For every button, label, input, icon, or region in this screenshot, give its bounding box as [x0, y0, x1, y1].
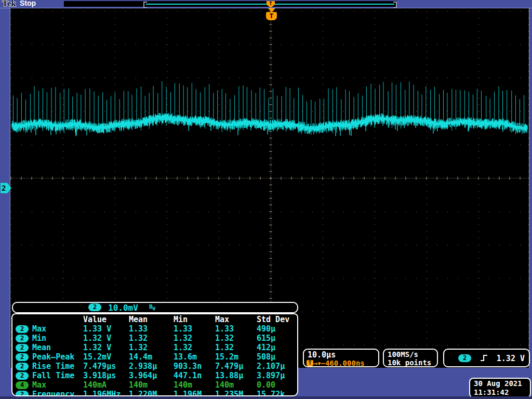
- measurement-value: 140m: [215, 380, 257, 390]
- rising-edge-icon: [480, 354, 489, 362]
- measurement-value: 447.1n: [174, 371, 215, 380]
- top-status-bar: Tek Stop T: [0, 0, 532, 8]
- record-length: 10k points: [388, 358, 431, 367]
- measurement-value: 3.897µ: [257, 371, 297, 380]
- channel-badge: 2: [16, 353, 29, 361]
- measurement-value: 1.196M: [174, 390, 215, 396]
- measurement-value: 1.33: [129, 324, 174, 334]
- measurement-name: Frequency: [32, 390, 74, 396]
- measurement-value: 7.479µs: [83, 362, 129, 371]
- trigger-position-marker-icon[interactable]: T: [267, 1, 275, 8]
- measurement-name: Rise Time: [32, 362, 74, 371]
- measurement-header-row: Value Mean Min Max Std Dev: [16, 315, 297, 324]
- measurement-value: 2.938µ: [129, 362, 174, 371]
- channel-badge: 2: [16, 391, 29, 397]
- measurement-value: 1.32: [174, 334, 215, 343]
- oscilloscope-screen: Tek Stop T T 2 2 10.0mV BW Value Mean Mi…: [0, 0, 532, 399]
- measurement-value: 903.3n: [174, 362, 215, 371]
- measurement-value: 13.6m: [174, 352, 215, 362]
- channel-badge: 2: [16, 325, 29, 333]
- measurement-value: 1.32: [215, 343, 257, 352]
- measurement-row: 4Max140mA140m140m140m0.00: [16, 380, 297, 390]
- measurement-value: 1.220M: [129, 390, 174, 396]
- measurement-value: 1.32: [174, 343, 215, 352]
- measurement-rows: 2Max1.33 V1.331.331.33490µ2Min1.32 V1.32…: [16, 324, 297, 396]
- measurement-value: 0.00: [257, 380, 297, 390]
- measurement-value: 1.33: [174, 324, 215, 334]
- col-header-min: Min: [174, 315, 215, 324]
- measurement-value: 140m: [174, 380, 215, 390]
- acquisition-readout[interactable]: 100MS/s 10k points: [383, 349, 438, 367]
- col-header-value: Value: [83, 315, 129, 324]
- measurement-value: 3.918µs: [83, 371, 129, 380]
- time-label: 11:31:42: [474, 388, 509, 396]
- measurement-table[interactable]: Value Mean Min Max Std Dev 2Max1.33 V1.3…: [11, 313, 298, 396]
- measurement-value: 140m: [129, 380, 174, 390]
- measurement-name: Peak–Peak: [32, 352, 74, 362]
- measurement-value: 412µ: [257, 343, 297, 352]
- measurement-value: 490µ: [257, 324, 297, 334]
- trigger-flag-t-icon: T: [266, 12, 277, 20]
- trigger-time-flag[interactable]: T: [266, 8, 277, 21]
- bandwidth-limit-icon: BW: [149, 303, 155, 311]
- measurement-value: 1.32: [215, 334, 257, 343]
- delay-value: −460.000ns: [321, 359, 364, 367]
- channel2-volts-per-div: 10.0mV: [108, 303, 138, 313]
- measurement-value: 14.4m: [129, 352, 174, 362]
- measurement-name: Min: [32, 334, 46, 343]
- measurement-value: 1.196MHz: [83, 390, 129, 396]
- measurement-value: 2.107µ: [257, 362, 297, 371]
- measurement-value: 1.32: [129, 343, 174, 352]
- record-view-bar[interactable]: T: [64, 1, 397, 7]
- measurement-value: 508µ: [257, 352, 297, 362]
- channel2-badge: 2: [88, 303, 101, 311]
- measurement-row: 2Peak–Peak15.2mV14.4m13.6m15.2m508µ: [16, 352, 297, 362]
- measurement-row: 2Frequency1.196MHz1.220M1.196M1.235M15.7…: [16, 390, 297, 396]
- col-header-mean: Mean: [129, 315, 174, 324]
- measurement-value: 7.479µ: [215, 362, 257, 371]
- measurement-name: Max: [32, 380, 46, 390]
- channel-badge: 2: [16, 344, 29, 352]
- measurement-row: 2Rise Time7.479µs2.938µ903.3n7.479µ2.107…: [16, 362, 297, 371]
- measurement-value: 140mA: [83, 380, 129, 390]
- measurement-value: 1.33: [215, 324, 257, 334]
- measurement-value: 1.32 V: [83, 343, 129, 352]
- measurement-name: Fall Time: [32, 371, 74, 380]
- measurement-value: 3.964µ: [129, 371, 174, 380]
- measurement-value: 13.88µ: [215, 371, 257, 380]
- channel-badge: 2: [16, 372, 29, 380]
- sample-rate: 100MS/s: [388, 350, 418, 358]
- measurement-value: 15.2m: [215, 352, 257, 362]
- measurement-row: 2Min1.32 V1.321.321.32615µ: [16, 334, 297, 343]
- channel2-scale-readout[interactable]: 2 10.0mV BW: [12, 302, 298, 313]
- col-header-stddev: Std Dev: [257, 315, 297, 324]
- measurement-value: 15.2mV: [83, 352, 129, 362]
- date-label: 30 Aug 2021: [474, 379, 522, 388]
- measurement-row: 2Mean1.32 V1.321.321.32412µ: [16, 343, 297, 352]
- col-header-max: Max: [215, 315, 257, 324]
- screen-border-right: [529, 8, 529, 368]
- measurement-row: 2Max1.33 V1.331.331.33490µ: [16, 324, 297, 334]
- time-per-div: 10.0µs: [308, 350, 336, 360]
- measurement-name: Mean: [32, 343, 51, 352]
- measurement-value: 15.72k: [257, 390, 297, 396]
- trigger-readout[interactable]: 2 1.32 V: [443, 349, 530, 367]
- channel-badge: 2: [16, 363, 29, 370]
- acquisition-status: Stop: [20, 0, 36, 7]
- measurement-row: 2Fall Time3.918µs3.964µ447.1n13.88µ3.897…: [16, 371, 297, 380]
- trigger-delay-readout: T→▼−460.000ns: [307, 359, 365, 367]
- measurement-value: 1.33 V: [83, 324, 129, 334]
- arrow-right-icon: →: [313, 359, 317, 367]
- datetime-readout: 30 Aug 2021 11:31:42: [469, 378, 531, 398]
- trigger-t-icon: T: [307, 360, 313, 366]
- measurement-value: 1.32: [129, 334, 174, 343]
- trigger-source-badge: 2: [458, 354, 471, 362]
- channel-badge: 4: [16, 381, 29, 389]
- bottom-bezel-strip: [0, 396, 532, 399]
- measurement-value: 1.235M: [215, 390, 257, 396]
- measurement-value: 615µ: [257, 334, 297, 343]
- measurement-name: Max: [32, 324, 46, 334]
- horizontal-readout[interactable]: 10.0µs T→▼−460.000ns: [303, 349, 379, 367]
- measurement-value: 1.32 V: [83, 334, 129, 343]
- channel-badge: 2: [16, 335, 29, 342]
